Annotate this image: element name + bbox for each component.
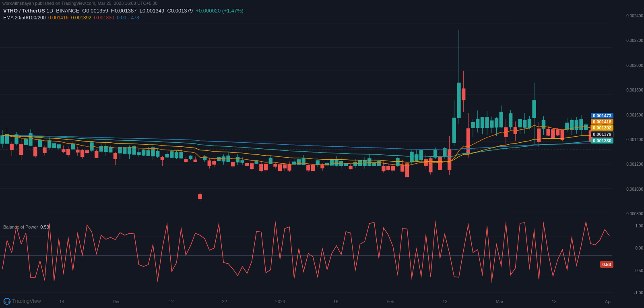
low-val: 0.001349 [142, 8, 164, 14]
y-axis-label: 0.002200 [615, 38, 643, 43]
x-axis-label: Mar [496, 299, 504, 304]
y-axis-bop-label: 0.00 [615, 246, 643, 250]
timeframe: 1D [46, 8, 53, 14]
exchange: BINANCE [56, 8, 79, 14]
ema200-label: 0.001473 [591, 113, 613, 119]
open-val: 0.001359 [86, 8, 108, 14]
bop-indicator-label: Balance of Power 0.53 [3, 225, 49, 229]
tv-icon: ◯ [3, 297, 10, 305]
y-axis-bop-label: -1.00 [615, 291, 643, 295]
bop-canvas[interactable] [0, 218, 612, 293]
close-label: 0.001379 [591, 131, 613, 137]
ema50-label: 0.001392 [591, 125, 613, 131]
close-val: 0.001379 [171, 8, 193, 14]
high-val: 0.001387 [115, 8, 136, 14]
main-canvas[interactable] [0, 12, 612, 218]
bop-value: 0.53 [40, 225, 49, 229]
y-axis-label: 0.000800 [615, 212, 643, 216]
x-axis-label: 12 [169, 299, 173, 304]
y-axis-label: 0.001000 [615, 187, 643, 191]
symbol-pair: VTHO / TetherUS [3, 8, 45, 14]
x-axis: Nov14Dec1222202316Feb13Mar13Apr [3, 299, 612, 304]
x-axis-label: 14 [60, 299, 64, 304]
change-val: +0.000020 (+1.47%) [196, 8, 244, 14]
x-axis-label: Apr [605, 299, 612, 304]
tv-name: TradingView [12, 298, 41, 304]
y-axis-main: 0.0024000.0022000.0020000.0018000.001600… [614, 12, 644, 218]
ema100-val: 0.001330 [94, 15, 114, 21]
x-axis-label: 13 [442, 299, 447, 304]
bop-chart [0, 218, 612, 293]
x-axis-label: 13 [552, 299, 557, 304]
x-axis-label: Dec [113, 299, 121, 304]
ema-line: EMA 20/50/100/200 0.001416 0.001392 0.00… [3, 15, 244, 21]
y-axis-label: 0.001400 [615, 137, 643, 142]
ema100-label: 0.001330 [591, 138, 613, 144]
x-axis-label: Feb [387, 299, 394, 304]
x-axis-label: 16 [333, 299, 338, 304]
bop-label-text: Balance of Power [3, 225, 38, 229]
y-axis-label: 0.001600 [615, 113, 643, 117]
ema50-val: 0.001392 [71, 15, 91, 21]
ema20-val: 0.001416 [48, 15, 68, 21]
y-axis-label: 0.001800 [615, 88, 643, 92]
x-axis-label: 2023 [275, 299, 285, 304]
y-axis-bop-label: 1.00 [615, 224, 643, 228]
bop-right-value: 0.53 [600, 261, 613, 268]
ema20-label: 0.001416 [591, 119, 613, 125]
y-axis-label: 0.002000 [615, 63, 643, 68]
ema200-val: 0.00…473 [117, 15, 139, 21]
y-axis-bop: 1.000.00-0.50-1.00 [614, 222, 644, 297]
ema-label: EMA 20/50/100/200 [3, 15, 45, 21]
main-chart [0, 12, 612, 218]
chart-header: VTHO / TetherUS 1D BINANCE O0.001359 H0.… [3, 7, 244, 21]
ema-price-labels: 0.001473 0.001416 0.001392 0.001379 0.00… [591, 113, 613, 144]
watermark: workwithshayan published on TradingView.… [0, 0, 160, 6]
y-axis-label: 0.002400 [615, 14, 643, 18]
x-axis-label: 22 [222, 299, 227, 304]
tradingview-logo: ◯ TradingView [3, 297, 41, 305]
y-axis-bop-label: -0.50 [615, 268, 643, 273]
symbol-line: VTHO / TetherUS 1D BINANCE O0.001359 H0.… [3, 7, 244, 15]
y-axis-label: 0.001200 [615, 162, 643, 166]
